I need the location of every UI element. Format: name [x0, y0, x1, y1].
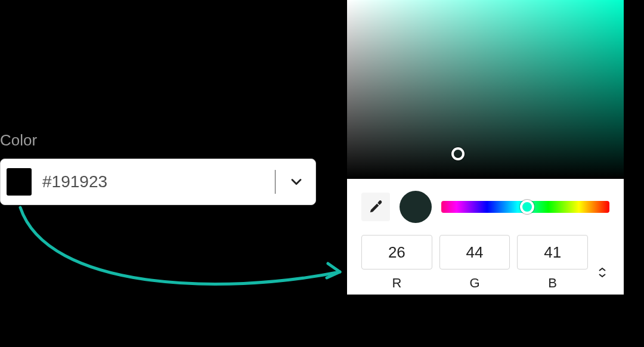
color-swatch[interactable] — [7, 168, 32, 196]
b-input[interactable] — [517, 235, 588, 269]
color-format-toggle[interactable] — [595, 255, 609, 290]
g-input[interactable] — [439, 235, 510, 269]
input-divider — [275, 170, 275, 194]
chevron-down-icon — [598, 273, 606, 278]
rgb-inputs-row: R G B — [347, 227, 624, 295]
chevron-up-icon — [598, 267, 606, 272]
color-picker-popover: R G B — [347, 0, 624, 295]
expand-picker-button[interactable] — [284, 168, 309, 196]
picker-controls-row — [347, 179, 624, 227]
saturation-value-plane[interactable] — [347, 0, 624, 179]
sv-black-gradient — [347, 0, 624, 179]
sv-thumb[interactable] — [451, 147, 465, 160]
color-preview-circle — [400, 191, 432, 223]
b-box: B — [517, 235, 588, 291]
g-box: G — [439, 235, 510, 291]
eyedropper-button[interactable] — [361, 193, 390, 221]
hex-input[interactable] — [32, 172, 267, 191]
r-label: R — [392, 275, 401, 291]
r-box: R — [361, 235, 432, 291]
annotation-arrow — [12, 200, 352, 320]
b-label: B — [548, 275, 557, 291]
hue-thumb[interactable] — [520, 200, 534, 214]
r-input[interactable] — [361, 235, 432, 269]
g-label: G — [469, 275, 479, 291]
color-field-label: Color — [0, 131, 37, 150]
eyedropper-icon — [368, 199, 383, 215]
chevron-down-icon — [288, 174, 305, 190]
hex-input-row[interactable] — [0, 159, 316, 205]
hue-slider[interactable] — [441, 201, 609, 213]
